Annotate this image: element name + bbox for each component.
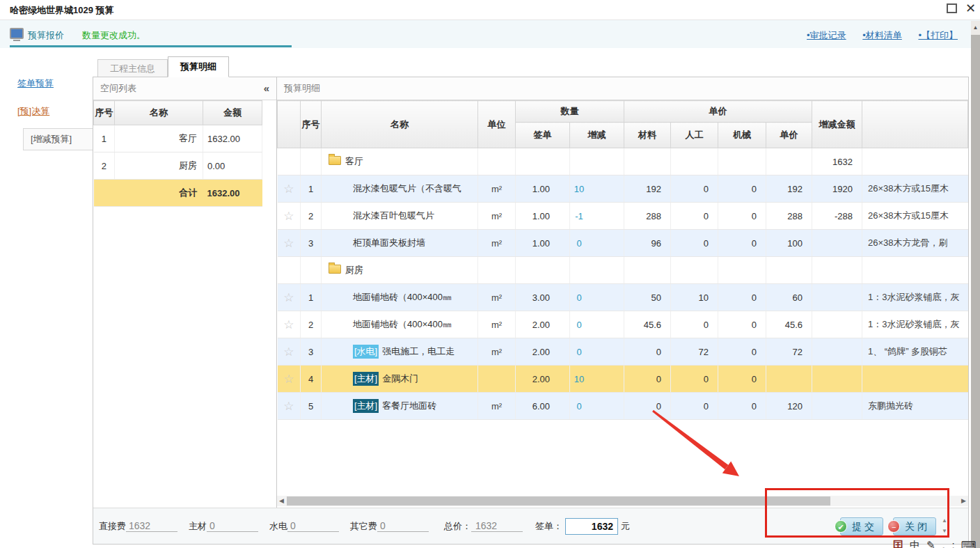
cell[interactable] xyxy=(671,148,718,175)
row-name[interactable]: 柜顶单面夹板封墙 xyxy=(322,230,478,257)
row-labor-price[interactable]: 0 xyxy=(671,175,718,203)
cell[interactable] xyxy=(624,257,671,284)
star-icon[interactable]: ☆ xyxy=(283,400,294,413)
row-change-amount[interactable]: 1920 xyxy=(812,175,862,203)
submit-button[interactable]: ✔ 提 交 xyxy=(840,517,883,535)
cell[interactable] xyxy=(516,257,570,284)
row-change-amount[interactable] xyxy=(812,311,862,338)
row-unit[interactable]: m² xyxy=(478,230,516,257)
row-seq[interactable]: 2 xyxy=(301,311,322,338)
cell[interactable] xyxy=(570,257,624,284)
space-row[interactable]: 1客厅1632.00 xyxy=(94,125,262,152)
detail-row[interactable]: ☆1混水漆包暖气片（不含暖气m²1.001019200192192026×38木… xyxy=(278,175,968,203)
space-total-blank[interactable] xyxy=(94,180,115,207)
scrollbar-thumb[interactable] xyxy=(287,496,830,506)
folder-seq-blank[interactable] xyxy=(301,257,322,284)
maximize-icon[interactable] xyxy=(947,3,957,13)
row-unit-price[interactable] xyxy=(766,366,812,393)
row-sign-qty[interactable]: 1.00 xyxy=(516,203,570,230)
row-unit-price[interactable]: 72 xyxy=(766,338,812,366)
space-row[interactable]: 2厨房0.00 xyxy=(94,152,262,180)
row-seq[interactable]: 3 xyxy=(301,230,322,257)
close-button[interactable]: − 关 闭 xyxy=(893,517,936,535)
folder-change-amount[interactable] xyxy=(812,257,862,284)
star-icon[interactable]: ☆ xyxy=(283,237,294,250)
horizontal-scrollbar[interactable]: ◀ ▶ xyxy=(277,496,968,506)
folder-name[interactable]: 客厅 xyxy=(322,148,478,175)
cell[interactable] xyxy=(766,257,812,284)
row-material-price[interactable]: 192 xyxy=(624,175,671,203)
row-sign-qty[interactable]: 6.00 xyxy=(516,393,570,420)
folder-star-blank[interactable] xyxy=(278,148,301,175)
row-unit[interactable] xyxy=(478,366,516,393)
scroll-up-icon[interactable]: ▲ xyxy=(971,21,980,35)
row-machine-price[interactable]: 0 xyxy=(718,175,766,203)
row-change-qty[interactable]: 0 xyxy=(570,338,624,366)
row-star[interactable]: ☆ xyxy=(278,230,301,257)
folder-star-blank[interactable] xyxy=(278,257,301,284)
row-star[interactable]: ☆ xyxy=(278,284,301,311)
row-remark[interactable]: 东鹏抛光砖 xyxy=(862,393,968,420)
row-star[interactable]: ☆ xyxy=(278,175,301,203)
row-remark[interactable]: 26×38木方龙骨，刷 xyxy=(862,230,968,257)
row-material-price[interactable]: 45.6 xyxy=(624,311,671,338)
row-seq[interactable]: 1 xyxy=(301,284,322,311)
row-seq[interactable]: 5 xyxy=(301,393,322,420)
space-row-name[interactable]: 厨房 xyxy=(115,152,203,180)
scroll-left-icon[interactable]: ◀ xyxy=(279,497,284,504)
spinner-scrollbar[interactable]: ▲▼ xyxy=(940,515,949,538)
star-icon[interactable]: ☆ xyxy=(283,210,294,223)
row-machine-price[interactable]: 0 xyxy=(718,338,766,366)
row-remark[interactable]: 1：3水泥砂浆铺底，灰 xyxy=(862,284,968,311)
row-unit-price[interactable]: 60 xyxy=(766,284,812,311)
row-material-price[interactable]: 96 xyxy=(624,230,671,257)
row-sign-qty[interactable]: 2.00 xyxy=(516,311,570,338)
star-icon[interactable]: ☆ xyxy=(283,345,294,359)
collapse-panel-icon[interactable]: « xyxy=(264,77,269,100)
row-sign-qty[interactable]: 2.00 xyxy=(516,338,570,366)
row-material-price[interactable]: 50 xyxy=(624,284,671,311)
star-icon[interactable]: ☆ xyxy=(283,318,294,331)
ime-mode-icon[interactable]: 中 xyxy=(910,539,920,548)
cell[interactable] xyxy=(478,148,516,175)
link-approval-record[interactable]: •审批记录 xyxy=(807,30,846,40)
row-remark[interactable] xyxy=(862,366,968,393)
row-material-price[interactable]: 0 xyxy=(624,338,671,366)
close-icon[interactable]: ✕ xyxy=(965,3,976,14)
row-material-price[interactable]: 288 xyxy=(624,203,671,230)
row-machine-price[interactable]: 0 xyxy=(718,311,766,338)
row-star[interactable]: ☆ xyxy=(278,203,301,230)
row-unit[interactable]: m² xyxy=(478,338,516,366)
link-print[interactable]: •【打印】 xyxy=(918,30,958,40)
row-unit[interactable]: m² xyxy=(478,203,516,230)
cell[interactable] xyxy=(624,148,671,175)
row-unit-price[interactable]: 288 xyxy=(766,203,812,230)
cell[interactable] xyxy=(671,257,718,284)
row-name[interactable]: [主材]金隅木门 xyxy=(322,366,478,393)
folder-seq-blank[interactable] xyxy=(301,148,322,175)
row-material-price[interactable]: 0 xyxy=(624,393,671,420)
row-remark[interactable]: 1、 “鸽牌” 多股铜芯 xyxy=(862,338,968,366)
cell[interactable] xyxy=(766,148,812,175)
row-change-amount[interactable]: -288 xyxy=(812,203,862,230)
star-icon[interactable]: ☆ xyxy=(283,291,294,304)
row-machine-price[interactable]: 0 xyxy=(718,284,766,311)
row-name[interactable]: 混水漆包暖气片（不含暖气 xyxy=(322,175,478,203)
row-labor-price[interactable]: 0 xyxy=(671,393,718,420)
tab-project-info[interactable]: 工程主信息 xyxy=(97,59,168,77)
tab-budget-detail[interactable]: 预算明细 xyxy=(168,56,229,77)
space-total-amount[interactable]: 1632.00 xyxy=(203,180,262,207)
row-machine-price[interactable]: 0 xyxy=(718,230,766,257)
row-labor-price[interactable]: 0 xyxy=(671,203,718,230)
row-star[interactable]: ☆ xyxy=(278,366,301,393)
sign-amount-input[interactable] xyxy=(565,518,618,535)
row-remark[interactable]: 26×38木方或15厘木 xyxy=(862,203,968,230)
star-icon[interactable]: ☆ xyxy=(283,373,294,386)
cell[interactable] xyxy=(478,257,516,284)
cell[interactable] xyxy=(862,257,968,284)
row-machine-price[interactable]: 0 xyxy=(718,393,766,420)
row-name[interactable]: [水电]强电施工，电工走 xyxy=(322,338,478,366)
detail-row[interactable]: ☆3柜顶单面夹板封墙m²1.000960010026×38木方龙骨，刷 xyxy=(278,230,968,257)
row-change-qty[interactable]: 0 xyxy=(570,393,624,420)
row-seq[interactable]: 1 xyxy=(301,175,322,203)
